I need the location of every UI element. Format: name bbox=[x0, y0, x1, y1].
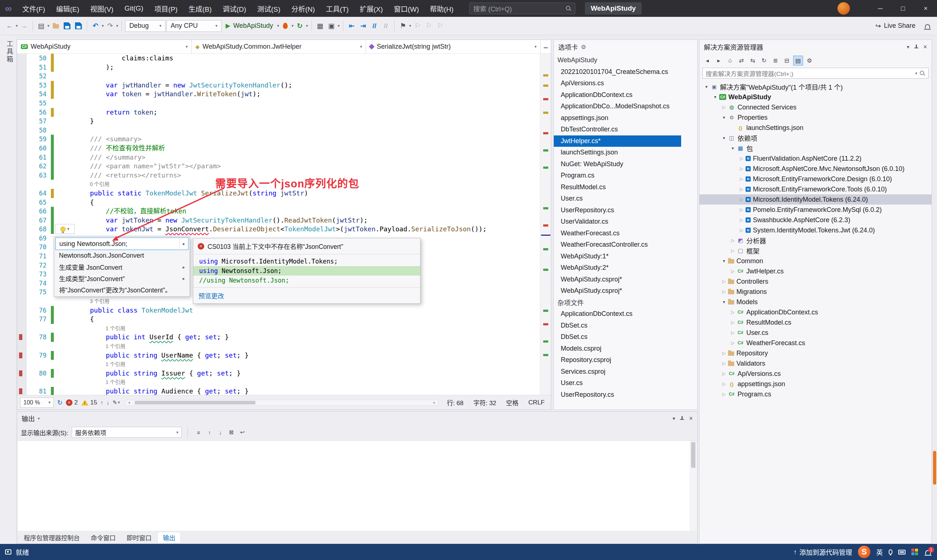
code-line[interactable]: 54 var token = jwtHandler.WriteToken(jwt… bbox=[17, 90, 540, 99]
code-line[interactable]: 55 bbox=[17, 99, 540, 108]
forward-icon[interactable]: → bbox=[19, 19, 29, 32]
tree-item[interactable]: ▾C#WebApiStudy bbox=[700, 92, 931, 102]
codelens-line[interactable]: 1 个引用 bbox=[17, 360, 540, 369]
line-number[interactable]: 79 bbox=[27, 351, 51, 360]
notifications-bell-icon[interactable] bbox=[922, 19, 932, 32]
switch-views-icon[interactable]: ⇄ bbox=[736, 55, 746, 66]
output-tab[interactable]: 输出 bbox=[157, 532, 181, 543]
pin-icon[interactable] bbox=[679, 416, 685, 421]
tree-item[interactable]: ▷NMicrosoft.EntityFrameworkCore.Tools (6… bbox=[700, 184, 931, 194]
bookmark-icon[interactable]: ⚑ bbox=[398, 19, 408, 32]
breakpoint-margin[interactable] bbox=[17, 90, 27, 99]
tab-list-item[interactable]: User.cs bbox=[554, 193, 681, 205]
menu-item[interactable]: 帮助(H) bbox=[425, 0, 459, 17]
tree-item[interactable]: ▾Common bbox=[700, 256, 931, 266]
chevron-down-icon[interactable] bbox=[409, 23, 411, 28]
menu-item[interactable]: 窗口(W) bbox=[388, 0, 425, 17]
maximize-button[interactable] bbox=[892, 0, 914, 17]
line-number[interactable]: 58 bbox=[27, 126, 51, 135]
line-number[interactable]: 55 bbox=[27, 99, 51, 108]
tree-item[interactable]: ▷C#Program.cs bbox=[700, 389, 931, 399]
next-message-icon[interactable]: ↓ bbox=[215, 428, 225, 437]
breakpoint-margin[interactable] bbox=[17, 162, 27, 171]
code-line[interactable]: 68 var tokenJwt = JsonConvert.Deserializ… bbox=[17, 225, 540, 234]
breakpoint-margin[interactable] bbox=[17, 135, 27, 144]
preview-changes-link[interactable]: 预览更改 bbox=[193, 287, 420, 303]
expander-closed-icon[interactable]: ▷ bbox=[720, 392, 728, 397]
chevron-down-icon[interactable] bbox=[906, 44, 909, 50]
live-share-button[interactable]: Live Share bbox=[875, 22, 915, 30]
chevron-down-icon[interactable] bbox=[102, 23, 104, 28]
show-all-files-icon[interactable]: ▤ bbox=[793, 55, 803, 66]
code-line[interactable]: 80 public string Issuer { get; set; } bbox=[17, 369, 540, 378]
tree-item[interactable]: ▷{}appsettings.json bbox=[700, 379, 931, 389]
quick-actions-lightbulb[interactable] bbox=[55, 224, 75, 234]
sogou-ime-icon[interactable]: S bbox=[858, 546, 870, 558]
output-tab[interactable]: 即时窗口 bbox=[122, 532, 157, 543]
tab-list-item[interactable]: appsettings.json bbox=[554, 112, 681, 124]
attach-icon[interactable]: ▣ bbox=[326, 19, 337, 32]
tree-item[interactable]: ▷C#ApiVersions.cs bbox=[700, 369, 931, 379]
line-number[interactable]: 66 bbox=[27, 207, 51, 216]
line-number[interactable]: 71 bbox=[27, 252, 51, 261]
breakpoint-margin[interactable] bbox=[17, 234, 27, 243]
scrollbar-thumb[interactable] bbox=[691, 442, 695, 468]
code-line[interactable]: 62 /// <param name="jwtStr"></param> bbox=[17, 162, 540, 171]
expander-open-icon[interactable]: ▾ bbox=[720, 299, 728, 305]
keyboard-icon[interactable] bbox=[898, 550, 906, 554]
expander-closed-icon[interactable]: ▷ bbox=[729, 330, 737, 335]
refresh-icon[interactable]: ↻ bbox=[759, 55, 769, 66]
close-button[interactable] bbox=[914, 0, 937, 17]
breadcrumb-dropdown[interactable]: C#WebApiStudy bbox=[17, 40, 192, 54]
breakpoint-margin[interactable] bbox=[17, 315, 27, 324]
menu-item[interactable]: 测试(S) bbox=[252, 0, 286, 17]
chevron-down-icon[interactable] bbox=[16, 23, 18, 28]
hot-reload-icon[interactable] bbox=[280, 19, 290, 32]
line-number[interactable]: 65 bbox=[27, 198, 51, 207]
tree-item[interactable]: ▷NPomelo.EntityFrameworkCore.MySql (6.0.… bbox=[700, 205, 931, 215]
pin-icon[interactable] bbox=[914, 44, 919, 49]
code-line[interactable]: 59 /// <summary> bbox=[17, 135, 540, 144]
chevron-down-icon[interactable] bbox=[291, 23, 294, 28]
tree-item[interactable]: ▷Controllers bbox=[700, 276, 931, 286]
tree-item[interactable]: ▾▣解决方案"WebApiStudy"(1 个项目/共 1 个) bbox=[700, 82, 931, 92]
line-number[interactable] bbox=[27, 324, 51, 333]
tree-item[interactable]: ▷C#WeatherForecast.cs bbox=[700, 338, 931, 348]
breakpoint-margin[interactable] bbox=[17, 225, 27, 234]
tab-list-item[interactable]: Services.csproj bbox=[554, 366, 681, 378]
tree-item[interactable]: ▷◍Connected Services bbox=[700, 102, 931, 112]
next-issue-button[interactable] bbox=[106, 399, 109, 406]
breakpoint-margin[interactable] bbox=[17, 108, 27, 117]
tab-list-item[interactable]: ApplicationDbContext.cs bbox=[554, 89, 681, 101]
codelens-references[interactable]: 1 个引用 bbox=[54, 342, 125, 351]
tab-list-item[interactable]: 20221020101704_CreateSchema.cs bbox=[554, 66, 681, 78]
feedback-icon[interactable] bbox=[5, 549, 11, 554]
breakpoint-margin[interactable] bbox=[17, 378, 27, 387]
codelens-references[interactable]: 1 个引用 bbox=[54, 378, 125, 387]
tree-item[interactable]: ▷NMicrosoft.AspNetCore.Mvc.NewtonsoftJso… bbox=[700, 164, 931, 174]
sync-settings-icon[interactable]: ↻ bbox=[57, 398, 63, 407]
expander-closed-icon[interactable]: ▷ bbox=[720, 361, 728, 366]
breakpoint-margin[interactable] bbox=[17, 99, 27, 108]
code-line[interactable]: 58 bbox=[17, 126, 540, 135]
breakpoint-margin[interactable] bbox=[17, 144, 27, 153]
expander-closed-icon[interactable]: ▷ bbox=[720, 382, 728, 386]
outdent-icon[interactable]: ⇤ bbox=[347, 19, 357, 32]
expander-closed-icon[interactable]: ▷ bbox=[737, 187, 746, 192]
chevron-down-icon[interactable] bbox=[277, 23, 279, 28]
quick-fix-item[interactable]: 生成变量 JsonConvert bbox=[55, 262, 189, 273]
solution-search-input[interactable]: 搜索解决方案资源管理器(Ctrl+;) bbox=[702, 68, 929, 79]
line-number[interactable]: 57 bbox=[27, 117, 51, 126]
code-line[interactable]: 52 bbox=[17, 72, 540, 81]
breakpoint-margin[interactable] bbox=[17, 297, 27, 306]
breakpoint-margin[interactable] bbox=[17, 369, 27, 378]
submenu-arrow-icon[interactable] bbox=[179, 238, 188, 249]
close-icon[interactable] bbox=[689, 415, 693, 422]
expander-closed-icon[interactable]: ▷ bbox=[720, 351, 728, 356]
tree-item[interactable]: ▷Repository bbox=[700, 348, 931, 358]
breakpoint-margin[interactable] bbox=[17, 243, 27, 252]
code-line[interactable]: 78 public int UserId { get; set; } bbox=[17, 333, 540, 342]
open-folder-icon[interactable] bbox=[51, 19, 61, 32]
breakpoint-margin[interactable] bbox=[17, 324, 27, 333]
codelens-references[interactable]: 1 个引用 bbox=[54, 360, 125, 369]
